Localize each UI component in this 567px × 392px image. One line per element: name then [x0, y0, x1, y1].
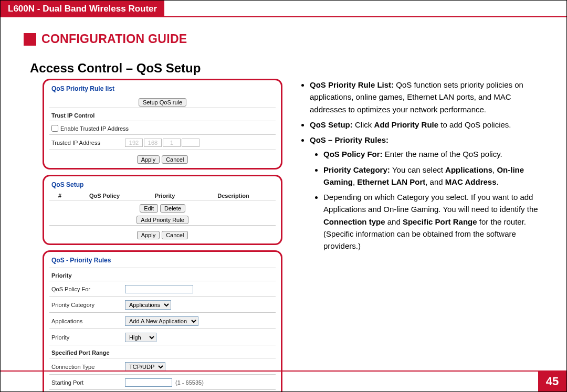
panel2-cancel-button[interactable]: Cancel: [162, 231, 188, 239]
priority-select[interactable]: High: [125, 333, 156, 342]
ip-segment-1[interactable]: [125, 139, 143, 147]
ip-segment-2[interactable]: [144, 139, 162, 147]
priority-category-select[interactable]: Applications: [125, 300, 171, 310]
enable-trusted-ip-checkbox[interactable]: [51, 125, 58, 132]
enable-trusted-ip-label: Enable Trusted IP Address: [60, 125, 129, 132]
applications-label: Applications: [51, 318, 125, 324]
qos-setup-panel: QoS Setup # QoS Policy Priority Descript…: [43, 175, 282, 245]
delete-button[interactable]: Delete: [160, 204, 185, 213]
col-priority: Priority: [139, 193, 191, 199]
priority-label: Priority: [51, 334, 125, 341]
trust-ip-header: Trust IP Control: [49, 110, 276, 120]
priority-subheader: Priority: [49, 270, 276, 280]
bottom-divider: [1, 370, 566, 372]
starting-port-label: Starting Port: [51, 379, 125, 386]
priority-category-label: Priority Category: [51, 302, 125, 308]
col-desc: Description: [191, 193, 276, 199]
setup-qos-rule-button[interactable]: Setup QoS rule: [139, 98, 186, 107]
panel2-title: QoS Setup: [49, 179, 276, 191]
col-policy: QoS Policy: [70, 193, 139, 199]
connection-type-label: Connection Type: [51, 364, 125, 370]
qos-rule-list-panel: QoS Priority Rule list Setup QoS rule Tr…: [43, 79, 282, 169]
policy-for-label: QoS Policy For: [51, 286, 125, 292]
panel1-cancel-button[interactable]: Cancel: [162, 155, 188, 164]
policy-for-input[interactable]: [125, 285, 193, 293]
trusted-ip-label: Trusted IP Address: [51, 140, 125, 146]
guide-heading: CONFIGURATION GUIDE: [24, 32, 566, 46]
ip-segment-3[interactable]: [163, 139, 181, 147]
document-title: L600N - Dual Band Wireless Router: [8, 4, 157, 14]
panel2-apply-button[interactable]: Apply: [137, 231, 160, 239]
guide-heading-text: CONFIGURATION GUIDE: [41, 32, 187, 46]
document-title-band: L600N - Dual Band Wireless Router: [1, 1, 164, 17]
applications-select[interactable]: Add A New Application: [125, 316, 198, 326]
ip-segment-4[interactable]: [182, 139, 200, 147]
port-range-subheader: Specified Port Range: [49, 347, 276, 357]
panel1-title: QoS Priority Rule list: [49, 83, 276, 95]
starting-port-input[interactable]: [125, 378, 172, 387]
section-title: Access Control – QoS Setup: [30, 61, 566, 76]
col-num: #: [49, 193, 70, 199]
guide-heading-square-icon: [24, 33, 36, 46]
description-text: QoS Priority Rule List: QoS function set…: [282, 79, 543, 392]
panel3-title: QoS - Priority Rules: [49, 255, 276, 267]
starting-port-hint: (1 - 65535): [175, 379, 204, 386]
panel1-apply-button[interactable]: Apply: [137, 155, 160, 164]
page-number: 45: [538, 372, 566, 391]
edit-button[interactable]: Edit: [140, 204, 158, 213]
add-priority-rule-button[interactable]: Add Priority Rule: [136, 216, 188, 224]
